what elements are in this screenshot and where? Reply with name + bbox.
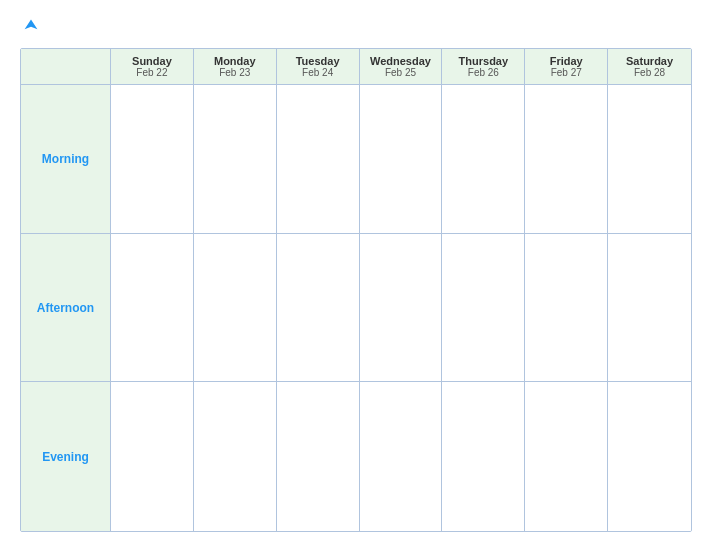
cell-morning-saturday[interactable]: [608, 85, 691, 234]
cell-afternoon-friday[interactable]: [525, 234, 608, 383]
header-col-friday: FridayFeb 27: [525, 49, 608, 85]
cell-morning-wednesday[interactable]: [360, 85, 443, 234]
row-label-evening: Evening: [21, 382, 111, 531]
calendar-body: MorningAfternoonEvening: [21, 85, 691, 531]
header-col-monday: MondayFeb 23: [194, 49, 277, 85]
header-col-sunday: SundayFeb 22: [111, 49, 194, 85]
header-label-cell: [21, 49, 111, 85]
cell-morning-thursday[interactable]: [442, 85, 525, 234]
page: SundayFeb 22MondayFeb 23TuesdayFeb 24Wed…: [0, 0, 712, 550]
header-col-wednesday: WednesdayFeb 25: [360, 49, 443, 85]
header-daily-planner: [25, 55, 106, 69]
logo-bird-icon: [23, 18, 39, 34]
cell-evening-sunday[interactable]: [111, 382, 194, 531]
header: [20, 18, 692, 34]
row-afternoon: Afternoon: [21, 234, 691, 383]
cell-afternoon-saturday[interactable]: [608, 234, 691, 383]
cell-evening-monday[interactable]: [194, 382, 277, 531]
cell-afternoon-tuesday[interactable]: [277, 234, 360, 383]
row-morning: Morning: [21, 85, 691, 234]
cell-morning-monday[interactable]: [194, 85, 277, 234]
logo-area: [20, 18, 39, 34]
cell-evening-saturday[interactable]: [608, 382, 691, 531]
cell-afternoon-sunday[interactable]: [111, 234, 194, 383]
cell-evening-thursday[interactable]: [442, 382, 525, 531]
calendar: SundayFeb 22MondayFeb 23TuesdayFeb 24Wed…: [20, 48, 692, 532]
cell-morning-sunday[interactable]: [111, 85, 194, 234]
logo-text: [20, 18, 39, 34]
row-evening: Evening: [21, 382, 691, 531]
cell-afternoon-wednesday[interactable]: [360, 234, 443, 383]
cell-evening-friday[interactable]: [525, 382, 608, 531]
cell-evening-tuesday[interactable]: [277, 382, 360, 531]
row-label-afternoon: Afternoon: [21, 234, 111, 383]
header-col-tuesday: TuesdayFeb 24: [277, 49, 360, 85]
svg-marker-0: [25, 20, 38, 30]
cell-morning-friday[interactable]: [525, 85, 608, 234]
cell-evening-wednesday[interactable]: [360, 382, 443, 531]
header-col-saturday: SaturdayFeb 28: [608, 49, 691, 85]
header-col-thursday: ThursdayFeb 26: [442, 49, 525, 85]
row-label-morning: Morning: [21, 85, 111, 234]
cell-afternoon-thursday[interactable]: [442, 234, 525, 383]
cell-morning-tuesday[interactable]: [277, 85, 360, 234]
cell-afternoon-monday[interactable]: [194, 234, 277, 383]
calendar-header-row: SundayFeb 22MondayFeb 23TuesdayFeb 24Wed…: [21, 49, 691, 85]
